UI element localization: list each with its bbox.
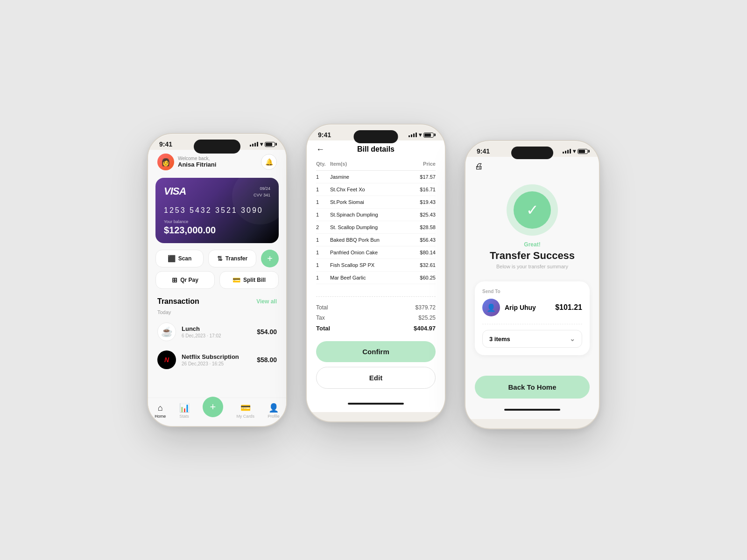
tx-date-label: Today [148,308,286,318]
status-icons-2: ▾ [409,132,434,138]
tx-info-netflix: Netflix Subscription 26 Dec,2023 · 16:25 [182,353,251,366]
success-outer-circle: ✓ [507,184,558,236]
qr-icon: ⊞ [172,276,177,284]
user-name: Anisa Fitriani [178,161,216,168]
recipient-avatar: 👤 [482,299,500,316]
transfer-card: Send To 👤 Arip Uhuy $101.21 3 items ⌄ [475,281,590,355]
tx-name-lunch: Lunch [182,325,251,332]
bottom-nav: ⌂ Home 📊 Stats + 💳 My Cards 👤 Profile [148,398,286,426]
transaction-item-lunch: ☕ Lunch 6 Dec,2023 · 17:02 $54.00 [148,318,286,346]
visa-card: VISA 09/24 CVV 341 1253 5432 3521 3090 Y… [155,178,279,243]
time-1: 9:41 [159,140,172,148]
welcome-text: Welcome back, [178,156,216,161]
bill-row-0: 1 Jasmine $17.57 [316,171,436,183]
split-bill-button[interactable]: 💳 Split Bill [219,271,279,289]
success-area: ✓ Great! Transfer Success Below is your … [465,175,599,277]
phone-2: 9:41 ▾ ← Bill details Qty. Item(s) Price [306,124,446,422]
recipient-row: 👤 Arip Uhuy $101.21 [482,299,582,316]
wifi-icon-3: ▾ [573,148,576,154]
card-number: 1253 5432 3521 3090 [164,206,270,215]
balance-label: Your balance [164,219,270,224]
scene: 9:41 ▾ 👩 Welcome back, Anisa Fitriani 🔔 [0,0,747,560]
recipient-name: Arip Uhuy [505,304,550,311]
user-text: Welcome back, Anisa Fitriani [178,156,216,168]
bill-row-7: 1 Fish Scallop SP PX $32.61 [316,259,436,272]
bill-row-1: 1 St.Chx Feet Xo $16.71 [316,183,436,196]
tax-row: Tax $25.25 [316,313,436,323]
signal-icon-3 [563,149,571,154]
back-button-3[interactable]: ← [475,161,483,171]
tx-amount-netflix: $58.00 [257,356,277,364]
tx-amount-lunch: $54.00 [257,328,277,336]
great-label: Great! [524,241,540,248]
user-info: 👩 Welcome back, Anisa Fitriani [157,154,216,170]
signal-icon-2 [409,133,417,137]
split-icon: 💳 [233,276,240,284]
phone3-screen: ← 🖨 ✓ Great! Transfer Success Below is y… [465,157,599,419]
battery-icon [265,142,275,147]
recipient-amount: $101.21 [555,303,582,312]
dashed-divider-3 [482,324,582,324]
view-all-link[interactable]: View all [256,298,277,305]
back-home-button[interactable]: Back To Home [475,376,590,399]
tx-title: Transaction [157,297,199,306]
action-row-2: ⊞ Qr Pay 💳 Split Bill [148,271,286,289]
tx-header: Transaction View all [148,293,286,308]
nav-cards[interactable]: 💳 My Cards [236,403,254,419]
home-indicator-3 [465,399,599,419]
more-button[interactable]: + [261,250,279,267]
items-dropdown[interactable]: 3 items ⌄ [482,330,582,348]
nav-stats[interactable]: 📊 Stats [179,403,190,419]
action-row-1: ⬛ Scan ⇅ Transfer + [148,250,286,267]
subtotal-row: Total $379.72 [316,302,436,313]
bill-details-title: Bill details [357,145,395,154]
avatar: 👩 [157,154,174,170]
card-expiry: 09/24 CVV 341 [254,185,270,199]
confirm-button[interactable]: Confirm [316,341,436,362]
visa-logo: VISA [164,185,186,197]
p2-actions: Confirm Edit [307,336,445,394]
back-button-2[interactable]: ← [316,145,324,154]
bill-row-4: 2 St. Scallop Dumpling $28.58 [316,221,436,234]
scan-button[interactable]: ⬛ Scan [155,250,204,267]
success-subtitle: Below is your transfer summary [496,264,568,269]
bill-row-6: 1 Panfried Onion Cake $80.14 [316,246,436,259]
stats-icon: 📊 [179,403,190,413]
starbucks-logo: ☕ [157,322,176,341]
transaction-item-netflix: N Netflix Subscription 26 Dec,2023 · 16:… [148,346,286,374]
col-qty-header: Qty. [316,161,330,167]
col-price-header: Price [408,161,436,167]
phone-1: 9:41 ▾ 👩 Welcome back, Anisa Fitriani 🔔 [147,133,287,427]
send-to-label: Send To [482,289,582,294]
nav-home[interactable]: ⌂ Home [155,403,166,419]
battery-icon-2 [423,133,434,138]
bill-table: Qty. Item(s) Price 1 Jasmine $17.57 1 St… [307,157,445,293]
chevron-down-icon: ⌄ [570,335,575,343]
bill-header: Qty. Item(s) Price [316,157,436,171]
dynamic-island-2 [354,130,398,143]
home-indicator-2 [307,394,445,412]
wifi-icon: ▾ [260,141,263,147]
col-item-header: Item(s) [330,161,408,167]
dynamic-island-3 [511,147,553,159]
tx-date-netflix: 26 Dec,2023 · 16:25 [182,361,251,366]
bill-totals: Total $379.72 Tax $25.25 Total $404.97 [307,301,445,336]
battery-icon-3 [578,149,588,154]
items-label: 3 items [489,336,510,343]
tx-info-lunch: Lunch 6 Dec,2023 · 17:02 [182,325,251,338]
qr-pay-button[interactable]: ⊞ Qr Pay [155,271,215,289]
p1-header: 👩 Welcome back, Anisa Fitriani 🔔 [148,150,286,176]
card-balance: $123,000.00 [164,225,270,236]
p3-nav: ← 🖨 [465,157,599,175]
dynamic-island-1 [194,140,240,154]
nav-profile[interactable]: 👤 Profile [268,403,280,419]
total-row-final: Total $404.97 [316,323,436,334]
dashed-divider-2 [316,296,436,297]
notification-bell[interactable]: 🔔 [261,154,277,170]
phone-3: 9:41 ▾ ← 🖨 ✓ Great! Transfer Success Be [465,140,600,429]
transfer-button[interactable]: ⇅ Transfer [208,250,256,267]
nav-add[interactable]: + [203,397,223,417]
status-icons-1: ▾ [250,141,275,147]
bill-row-8: 1 Mar Beef Garlic $60.25 [316,272,436,284]
edit-button[interactable]: Edit [316,367,436,389]
